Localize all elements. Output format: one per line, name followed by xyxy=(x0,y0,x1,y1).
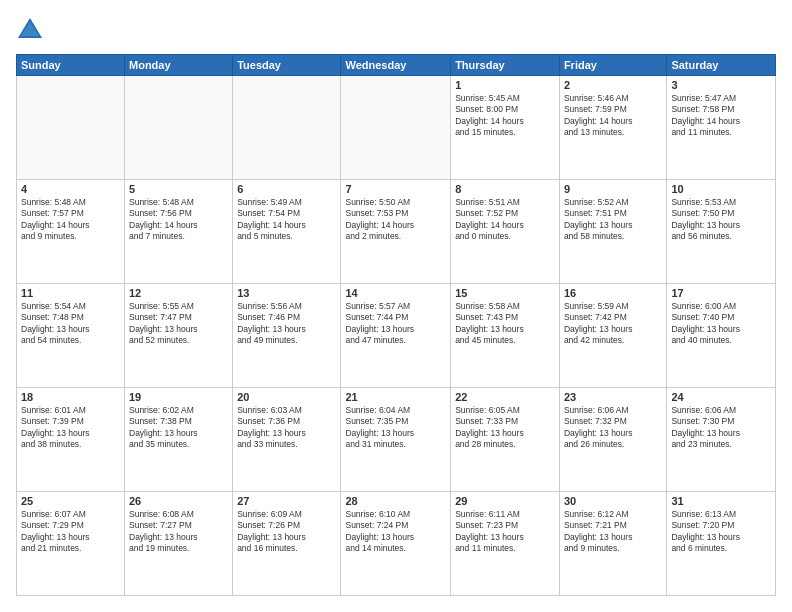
week-row-2: 4Sunrise: 5:48 AM Sunset: 7:57 PM Daylig… xyxy=(17,180,776,284)
day-info: Sunrise: 5:48 AM Sunset: 7:56 PM Dayligh… xyxy=(129,197,228,243)
day-info: Sunrise: 5:52 AM Sunset: 7:51 PM Dayligh… xyxy=(564,197,662,243)
day-header-thursday: Thursday xyxy=(451,55,560,76)
day-number: 20 xyxy=(237,391,336,403)
day-cell xyxy=(341,76,451,180)
day-header-row: SundayMondayTuesdayWednesdayThursdayFrid… xyxy=(17,55,776,76)
day-info: Sunrise: 6:02 AM Sunset: 7:38 PM Dayligh… xyxy=(129,405,228,451)
day-cell: 27Sunrise: 6:09 AM Sunset: 7:26 PM Dayli… xyxy=(233,492,341,596)
day-number: 3 xyxy=(671,79,771,91)
day-info: Sunrise: 6:12 AM Sunset: 7:21 PM Dayligh… xyxy=(564,509,662,555)
day-cell: 2Sunrise: 5:46 AM Sunset: 7:59 PM Daylig… xyxy=(559,76,666,180)
day-number: 11 xyxy=(21,287,120,299)
day-cell: 3Sunrise: 5:47 AM Sunset: 7:58 PM Daylig… xyxy=(667,76,776,180)
day-header-friday: Friday xyxy=(559,55,666,76)
day-cell: 11Sunrise: 5:54 AM Sunset: 7:48 PM Dayli… xyxy=(17,284,125,388)
day-info: Sunrise: 5:55 AM Sunset: 7:47 PM Dayligh… xyxy=(129,301,228,347)
week-row-1: 1Sunrise: 5:45 AM Sunset: 8:00 PM Daylig… xyxy=(17,76,776,180)
day-number: 24 xyxy=(671,391,771,403)
day-info: Sunrise: 6:00 AM Sunset: 7:40 PM Dayligh… xyxy=(671,301,771,347)
day-number: 22 xyxy=(455,391,555,403)
calendar-table: SundayMondayTuesdayWednesdayThursdayFrid… xyxy=(16,54,776,596)
day-cell: 31Sunrise: 6:13 AM Sunset: 7:20 PM Dayli… xyxy=(667,492,776,596)
day-number: 26 xyxy=(129,495,228,507)
day-cell: 15Sunrise: 5:58 AM Sunset: 7:43 PM Dayli… xyxy=(451,284,560,388)
day-info: Sunrise: 5:47 AM Sunset: 7:58 PM Dayligh… xyxy=(671,93,771,139)
day-number: 10 xyxy=(671,183,771,195)
day-header-monday: Monday xyxy=(125,55,233,76)
day-cell: 14Sunrise: 5:57 AM Sunset: 7:44 PM Dayli… xyxy=(341,284,451,388)
day-cell xyxy=(233,76,341,180)
day-header-tuesday: Tuesday xyxy=(233,55,341,76)
day-header-wednesday: Wednesday xyxy=(341,55,451,76)
day-cell: 17Sunrise: 6:00 AM Sunset: 7:40 PM Dayli… xyxy=(667,284,776,388)
day-cell: 5Sunrise: 5:48 AM Sunset: 7:56 PM Daylig… xyxy=(125,180,233,284)
day-number: 16 xyxy=(564,287,662,299)
day-info: Sunrise: 6:06 AM Sunset: 7:30 PM Dayligh… xyxy=(671,405,771,451)
day-number: 23 xyxy=(564,391,662,403)
day-info: Sunrise: 5:59 AM Sunset: 7:42 PM Dayligh… xyxy=(564,301,662,347)
week-row-4: 18Sunrise: 6:01 AM Sunset: 7:39 PM Dayli… xyxy=(17,388,776,492)
day-cell: 13Sunrise: 5:56 AM Sunset: 7:46 PM Dayli… xyxy=(233,284,341,388)
day-number: 15 xyxy=(455,287,555,299)
page: SundayMondayTuesdayWednesdayThursdayFrid… xyxy=(0,0,792,612)
day-cell: 4Sunrise: 5:48 AM Sunset: 7:57 PM Daylig… xyxy=(17,180,125,284)
day-number: 30 xyxy=(564,495,662,507)
day-cell: 29Sunrise: 6:11 AM Sunset: 7:23 PM Dayli… xyxy=(451,492,560,596)
day-info: Sunrise: 6:07 AM Sunset: 7:29 PM Dayligh… xyxy=(21,509,120,555)
day-info: Sunrise: 5:53 AM Sunset: 7:50 PM Dayligh… xyxy=(671,197,771,243)
day-info: Sunrise: 5:48 AM Sunset: 7:57 PM Dayligh… xyxy=(21,197,120,243)
day-cell: 21Sunrise: 6:04 AM Sunset: 7:35 PM Dayli… xyxy=(341,388,451,492)
day-number: 29 xyxy=(455,495,555,507)
day-number: 31 xyxy=(671,495,771,507)
day-number: 21 xyxy=(345,391,446,403)
day-info: Sunrise: 5:45 AM Sunset: 8:00 PM Dayligh… xyxy=(455,93,555,139)
day-cell: 22Sunrise: 6:05 AM Sunset: 7:33 PM Dayli… xyxy=(451,388,560,492)
day-info: Sunrise: 6:01 AM Sunset: 7:39 PM Dayligh… xyxy=(21,405,120,451)
day-cell: 24Sunrise: 6:06 AM Sunset: 7:30 PM Dayli… xyxy=(667,388,776,492)
day-cell: 9Sunrise: 5:52 AM Sunset: 7:51 PM Daylig… xyxy=(559,180,666,284)
day-info: Sunrise: 6:11 AM Sunset: 7:23 PM Dayligh… xyxy=(455,509,555,555)
day-cell: 26Sunrise: 6:08 AM Sunset: 7:27 PM Dayli… xyxy=(125,492,233,596)
day-cell: 23Sunrise: 6:06 AM Sunset: 7:32 PM Dayli… xyxy=(559,388,666,492)
day-cell xyxy=(125,76,233,180)
day-number: 17 xyxy=(671,287,771,299)
day-number: 5 xyxy=(129,183,228,195)
day-number: 28 xyxy=(345,495,446,507)
day-info: Sunrise: 6:10 AM Sunset: 7:24 PM Dayligh… xyxy=(345,509,446,555)
day-number: 27 xyxy=(237,495,336,507)
day-cell: 7Sunrise: 5:50 AM Sunset: 7:53 PM Daylig… xyxy=(341,180,451,284)
day-info: Sunrise: 5:57 AM Sunset: 7:44 PM Dayligh… xyxy=(345,301,446,347)
day-info: Sunrise: 5:46 AM Sunset: 7:59 PM Dayligh… xyxy=(564,93,662,139)
day-cell: 28Sunrise: 6:10 AM Sunset: 7:24 PM Dayli… xyxy=(341,492,451,596)
day-number: 19 xyxy=(129,391,228,403)
day-cell: 8Sunrise: 5:51 AM Sunset: 7:52 PM Daylig… xyxy=(451,180,560,284)
day-number: 13 xyxy=(237,287,336,299)
week-row-3: 11Sunrise: 5:54 AM Sunset: 7:48 PM Dayli… xyxy=(17,284,776,388)
logo xyxy=(16,16,48,44)
day-cell: 6Sunrise: 5:49 AM Sunset: 7:54 PM Daylig… xyxy=(233,180,341,284)
day-info: Sunrise: 6:09 AM Sunset: 7:26 PM Dayligh… xyxy=(237,509,336,555)
day-info: Sunrise: 5:54 AM Sunset: 7:48 PM Dayligh… xyxy=(21,301,120,347)
day-cell: 25Sunrise: 6:07 AM Sunset: 7:29 PM Dayli… xyxy=(17,492,125,596)
day-cell: 10Sunrise: 5:53 AM Sunset: 7:50 PM Dayli… xyxy=(667,180,776,284)
logo-icon xyxy=(16,16,44,44)
day-cell xyxy=(17,76,125,180)
day-number: 18 xyxy=(21,391,120,403)
day-info: Sunrise: 5:49 AM Sunset: 7:54 PM Dayligh… xyxy=(237,197,336,243)
day-header-saturday: Saturday xyxy=(667,55,776,76)
day-number: 4 xyxy=(21,183,120,195)
day-info: Sunrise: 6:13 AM Sunset: 7:20 PM Dayligh… xyxy=(671,509,771,555)
day-cell: 30Sunrise: 6:12 AM Sunset: 7:21 PM Dayli… xyxy=(559,492,666,596)
week-row-5: 25Sunrise: 6:07 AM Sunset: 7:29 PM Dayli… xyxy=(17,492,776,596)
day-info: Sunrise: 5:56 AM Sunset: 7:46 PM Dayligh… xyxy=(237,301,336,347)
day-number: 2 xyxy=(564,79,662,91)
day-number: 6 xyxy=(237,183,336,195)
day-number: 7 xyxy=(345,183,446,195)
day-number: 1 xyxy=(455,79,555,91)
day-cell: 16Sunrise: 5:59 AM Sunset: 7:42 PM Dayli… xyxy=(559,284,666,388)
day-cell: 20Sunrise: 6:03 AM Sunset: 7:36 PM Dayli… xyxy=(233,388,341,492)
day-info: Sunrise: 6:04 AM Sunset: 7:35 PM Dayligh… xyxy=(345,405,446,451)
day-cell: 18Sunrise: 6:01 AM Sunset: 7:39 PM Dayli… xyxy=(17,388,125,492)
day-info: Sunrise: 6:08 AM Sunset: 7:27 PM Dayligh… xyxy=(129,509,228,555)
day-number: 9 xyxy=(564,183,662,195)
